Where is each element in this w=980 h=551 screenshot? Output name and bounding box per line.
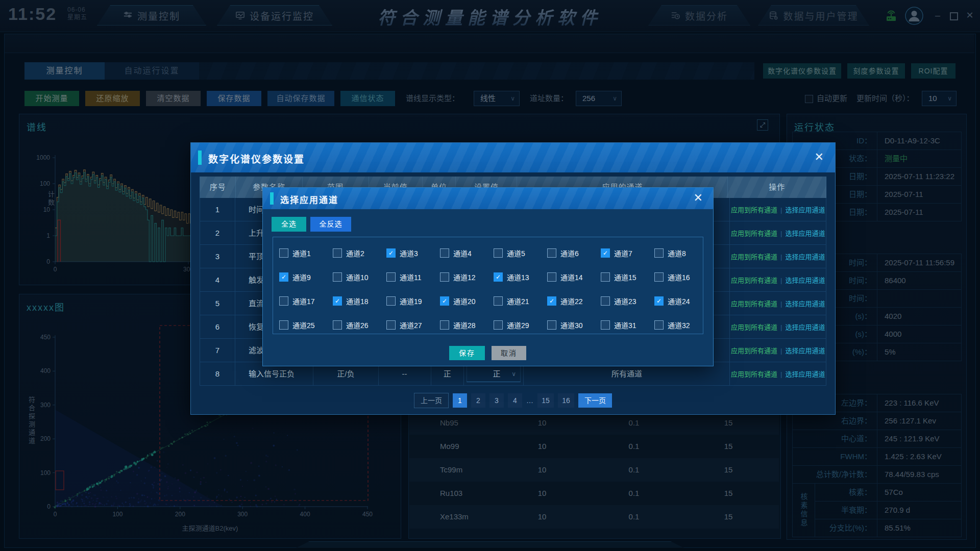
channel-checkbox-item[interactable]: 通道5 [494, 248, 525, 258]
page-button[interactable]: 4 [508, 393, 522, 408]
channel-checkbox-item[interactable]: ✓通道22 [547, 296, 583, 306]
channel-checkbox-item[interactable]: 通道8 [654, 248, 686, 258]
channel-checkbox-item[interactable]: 通道15 [601, 272, 636, 282]
page-button[interactable]: 16 [558, 393, 574, 408]
dialog-title: 数字化谱仪参数设置 [208, 152, 305, 165]
dialog-header: 数字化谱仪参数设置 ✕ [191, 143, 835, 172]
channel-checkbox-item[interactable]: 通道2 [333, 248, 364, 258]
select-all-button[interactable]: 全选 [272, 217, 306, 232]
channel-checkbox-item[interactable]: 通道27 [386, 320, 422, 330]
channel-checkbox-item[interactable]: ✓通道18 [333, 296, 369, 306]
apply-all-link[interactable]: 应用到所有通道 [731, 347, 777, 355]
select-channels-link[interactable]: 选择应用通道 [785, 347, 825, 355]
channel-checkbox-item[interactable]: 通道17 [279, 296, 315, 306]
channel-checkbox-item[interactable]: 通道31 [601, 320, 636, 330]
channel-checkbox-item[interactable]: 通道21 [494, 296, 529, 306]
select-channels-link[interactable]: 选择应用通道 [785, 253, 825, 261]
select-channels-link[interactable]: 选择应用通道 [785, 277, 825, 284]
channel-checkbox-item[interactable]: 通道11 [386, 272, 422, 282]
channel-checkbox-item[interactable]: ✓通道24 [654, 296, 690, 306]
page-button[interactable]: 1 [453, 393, 467, 408]
channel-checkbox-item[interactable]: ✓通道13 [494, 272, 529, 282]
dialog-header: 选择应用通道 ✕ [263, 188, 713, 209]
close-icon[interactable]: ✕ [694, 191, 703, 205]
apply-all-link[interactable]: 应用到所有通道 [731, 323, 777, 331]
prev-page-button[interactable]: 上一页 [414, 393, 449, 408]
channel-checkbox-item[interactable]: 通道14 [547, 272, 583, 282]
select-channels-link[interactable]: 选择应用通道 [785, 370, 825, 378]
channel-checkbox-item[interactable]: 通道26 [333, 320, 369, 330]
channel-checkbox-item[interactable]: ✓通道7 [601, 248, 632, 258]
channel-checkbox-item[interactable]: 通道23 [601, 296, 636, 306]
invert-selection-button[interactable]: 全反选 [310, 217, 351, 232]
next-page-button[interactable]: 下一页 [578, 393, 612, 408]
select-channels-link[interactable]: 选择应用通道 [785, 323, 825, 331]
select-channels-link[interactable]: 选择应用通道 [785, 206, 825, 214]
channel-checkbox-item[interactable]: 通道25 [279, 320, 315, 330]
apply-all-link[interactable]: 应用到所有通道 [731, 300, 777, 308]
page-button[interactable]: 15 [537, 393, 554, 408]
title-accent-bar [198, 151, 202, 165]
channel-checkbox-item[interactable]: ✓通道20 [440, 296, 476, 306]
apply-all-link[interactable]: 应用到所有通道 [731, 370, 777, 378]
select-channels-link[interactable]: 选择应用通道 [785, 300, 825, 308]
setting-select[interactable]: 正∨ [467, 366, 521, 382]
channel-checkbox-item[interactable]: 通道12 [440, 272, 476, 282]
cancel-button[interactable]: 取消 [492, 346, 526, 360]
save-button[interactable]: 保存 [449, 346, 485, 360]
apply-all-link[interactable]: 应用到所有通道 [731, 277, 777, 284]
close-icon[interactable]: ✕ [815, 151, 824, 164]
select-channels-link[interactable]: 选择应用通道 [785, 230, 825, 237]
page-ellipsis: … [526, 393, 533, 408]
channel-checkbox-item[interactable]: 通道1 [279, 248, 311, 258]
channel-checkbox-item[interactable]: 通道4 [440, 248, 472, 258]
channel-checkbox-grid: 通道1通道2✓通道3通道4通道5通道6✓通道7通道8✓通道9通道10通道11通道… [273, 237, 703, 334]
channel-checkbox-item[interactable]: 通道28 [440, 320, 476, 330]
channel-checkbox-item[interactable]: 通道30 [547, 320, 583, 330]
page-button[interactable]: 2 [471, 393, 485, 408]
title-accent-bar [270, 192, 274, 205]
pagination: 上一页1234…1516下一页 [191, 393, 835, 408]
select-channels-dialog: 选择应用通道 ✕ 全选 全反选 通道1通道2✓通道3通道4通道5通道6✓通道7通… [262, 187, 714, 366]
page-button[interactable]: 3 [489, 393, 504, 408]
channel-checkbox-item[interactable]: ✓通道9 [279, 272, 311, 282]
channel-checkbox-item[interactable]: ✓通道3 [386, 248, 418, 258]
dialog-title: 选择应用通道 [280, 193, 338, 206]
channel-checkbox-item[interactable]: 通道6 [547, 248, 579, 258]
channel-checkbox-item[interactable]: 通道16 [654, 272, 690, 282]
apply-all-link[interactable]: 应用到所有通道 [731, 230, 777, 237]
channel-checkbox-item[interactable]: 通道32 [654, 320, 690, 330]
channel-checkbox-item[interactable]: 通道19 [386, 296, 422, 306]
apply-all-link[interactable]: 应用到所有通道 [731, 253, 777, 261]
channel-checkbox-item[interactable]: 通道29 [494, 320, 529, 330]
apply-all-link[interactable]: 应用到所有通道 [731, 206, 777, 214]
channel-checkbox-item[interactable]: 通道10 [333, 272, 369, 282]
